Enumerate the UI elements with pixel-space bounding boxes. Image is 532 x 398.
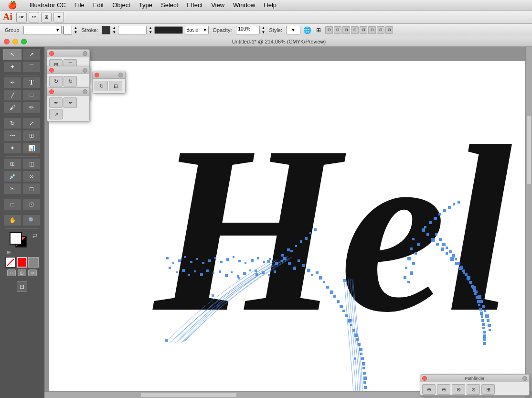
- align-buttons[interactable]: ⊟ ⊟ ⊟ ⊟ ⊟ ⊟ ⊟ ⊟: [325, 26, 393, 34]
- opacity-arrows[interactable]: ▲▼: [262, 26, 266, 34]
- eyedropper-tool[interactable]: 💉: [3, 171, 21, 182]
- slice-tool[interactable]: ⊡: [22, 199, 41, 210]
- arrange-button[interactable]: ✦: [53, 12, 64, 22]
- stroke-swatch[interactable]: [17, 257, 27, 268]
- svg-rect-159: [267, 260, 270, 263]
- shape-tool[interactable]: □: [22, 89, 41, 101]
- maximize-button[interactable]: [21, 39, 27, 44]
- panel-3-collapse[interactable]: [83, 89, 87, 94]
- pathfinder-minus[interactable]: ⊖: [437, 384, 450, 395]
- color-mode-none[interactable]: ⊘: [28, 269, 37, 276]
- stroke-weight-input[interactable]: [118, 26, 147, 34]
- scroll-thumb-v[interactable]: [526, 116, 532, 184]
- globe-icon[interactable]: 🌐: [302, 25, 312, 35]
- panel-4-header[interactable]: [93, 71, 125, 79]
- canvas-area[interactable]: ⊞ ⌒ ✕ ↻ ↻ ✒ ↗: [44, 47, 532, 398]
- panel4-btn2[interactable]: ⊡: [109, 81, 122, 91]
- align-left-icon[interactable]: ⊞: [314, 25, 323, 35]
- color-mode-fill[interactable]: □: [7, 269, 16, 276]
- artboard-tool[interactable]: □: [3, 199, 21, 210]
- pen-tool[interactable]: ✒: [3, 77, 21, 88]
- foreground-color-swatch[interactable]: [10, 232, 22, 245]
- panel-4-collapse[interactable]: [118, 73, 123, 77]
- column-graph-tool[interactable]: 📊: [22, 142, 41, 154]
- color-mode-gradient[interactable]: ◫: [18, 269, 26, 276]
- pathfinder-divide[interactable]: ⊞: [481, 384, 495, 395]
- menu-window[interactable]: Window: [229, 0, 259, 10]
- panel-1-collapse[interactable]: [83, 51, 87, 56]
- default-colors-icon[interactable]: ⊞: [7, 250, 11, 255]
- pathfinder-header[interactable]: Pathfinder: [420, 375, 529, 382]
- fill-arrows[interactable]: ▲▼: [74, 26, 78, 34]
- pathfinder-unite[interactable]: ⊕: [422, 384, 436, 395]
- stroke-color-swatch[interactable]: [102, 26, 110, 34]
- pathfinder-exclude[interactable]: ⊘: [467, 384, 480, 395]
- type-tool[interactable]: T: [22, 77, 41, 88]
- style-select[interactable]: ▼: [286, 26, 300, 34]
- magic-wand-tool[interactable]: ✦: [3, 61, 21, 73]
- draw-mode-button[interactable]: ⊡: [17, 281, 27, 292]
- stroke-arrows2[interactable]: ▲▼: [149, 26, 152, 34]
- scroll-thumb-h[interactable]: [140, 392, 236, 398]
- panel-4-close[interactable]: [95, 73, 99, 77]
- panel2-btn2[interactable]: ↻: [64, 76, 77, 86]
- stroke-arrows[interactable]: ▲▼: [112, 26, 116, 34]
- selection-tool[interactable]: ↖: [3, 49, 21, 60]
- fill-none-swatch[interactable]: [5, 257, 16, 268]
- pencil-tool[interactable]: ✏: [22, 102, 41, 113]
- paintbrush-tool[interactable]: 🖌: [3, 102, 21, 113]
- panel-1-close[interactable]: [49, 51, 54, 56]
- hand-tool[interactable]: ✋: [3, 215, 21, 226]
- panel-2-header[interactable]: [47, 66, 89, 74]
- pathfinder-close[interactable]: [422, 376, 427, 381]
- symbol-tool[interactable]: ✦: [3, 142, 21, 154]
- panel-1-header[interactable]: [47, 50, 89, 57]
- vertical-scrollbar[interactable]: [525, 47, 532, 391]
- warp-tool[interactable]: 〜: [3, 130, 21, 141]
- basic-select[interactable]: Basic▼: [185, 26, 209, 34]
- scale-tool[interactable]: ⤢: [22, 118, 41, 129]
- direct-selection-tool[interactable]: ↗: [22, 49, 41, 60]
- menu-help[interactable]: Help: [260, 0, 280, 10]
- swap-colors-icon[interactable]: ⇄: [32, 232, 37, 239]
- menu-select[interactable]: Select: [157, 0, 182, 10]
- bridge-button[interactable]: Br: [16, 12, 27, 22]
- minimize-button[interactable]: [12, 39, 18, 44]
- menu-illustrator[interactable]: Illustrator CC: [26, 0, 70, 10]
- blend-tool[interactable]: ∞: [22, 171, 41, 182]
- menu-file[interactable]: File: [71, 0, 88, 10]
- panel-3-close[interactable]: [49, 89, 54, 94]
- panel3-btn3[interactable]: ↗: [49, 109, 63, 119]
- panel-3-header[interactable]: [47, 88, 89, 96]
- line-tool[interactable]: ╱: [3, 89, 21, 101]
- menu-object[interactable]: Object: [108, 0, 134, 10]
- gradient-tool[interactable]: ◫: [22, 158, 41, 170]
- opacity-input[interactable]: 100%: [236, 26, 260, 34]
- free-transform-tool[interactable]: ⊞: [22, 130, 41, 141]
- zoom-tool[interactable]: 🔍: [22, 215, 41, 226]
- lasso-tool[interactable]: ⌒: [22, 61, 41, 73]
- workspace-button[interactable]: ⊞: [41, 12, 52, 22]
- eraser-tool[interactable]: ◻: [22, 183, 41, 194]
- pathfinder-intersect[interactable]: ⊗: [452, 384, 465, 395]
- mesh-swatch[interactable]: [28, 257, 39, 268]
- panel3-btn1[interactable]: ✒: [49, 97, 63, 108]
- panel4-btn1[interactable]: ↻: [95, 81, 108, 91]
- apple-menu[interactable]: 🍎: [4, 0, 21, 11]
- group-select[interactable]: ▼: [23, 26, 62, 34]
- pathfinder-collapse[interactable]: [522, 376, 527, 381]
- panel2-btn1[interactable]: ↻: [49, 76, 63, 86]
- stock-button[interactable]: St: [29, 12, 39, 22]
- panel-2-collapse[interactable]: [83, 68, 87, 73]
- rotate-tool[interactable]: ↻: [3, 118, 21, 129]
- fill-swatch[interactable]: [64, 26, 72, 34]
- scissors-tool[interactable]: ✂: [3, 183, 21, 194]
- menu-type[interactable]: Type: [135, 0, 156, 10]
- menu-effect[interactable]: Effect: [183, 0, 206, 10]
- mesh-tool[interactable]: ⊞: [3, 158, 21, 170]
- panel3-btn2[interactable]: ✒: [64, 97, 77, 108]
- menu-edit[interactable]: Edit: [89, 0, 107, 10]
- menu-view[interactable]: View: [207, 0, 228, 10]
- close-button[interactable]: [4, 39, 10, 44]
- panel-2-close[interactable]: [49, 68, 54, 73]
